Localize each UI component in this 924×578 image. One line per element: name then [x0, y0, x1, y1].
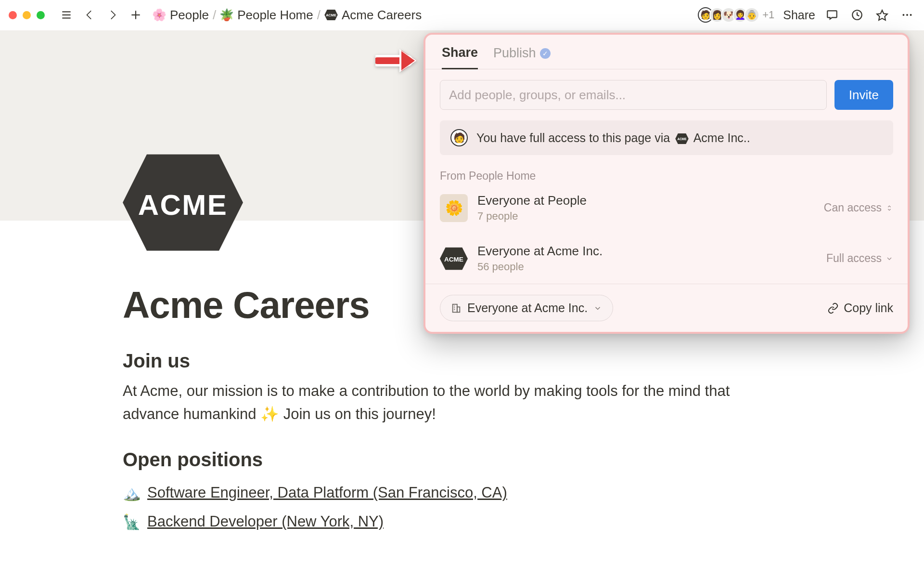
position-item[interactable]: 🏔️ Software Engineer, Data Platform (San… — [123, 478, 741, 507]
permission-label: Can access — [824, 201, 882, 214]
group-flower-icon: 🌼 — [440, 194, 468, 222]
heading-open-positions: Open positions — [123, 449, 741, 471]
invite-button[interactable]: Invite — [834, 80, 893, 110]
breadcrumb-item-people[interactable]: 🌸 People — [153, 8, 209, 23]
section-label: From People Home — [440, 170, 893, 183]
permission-select[interactable]: Full access — [826, 252, 893, 265]
invite-row: Invite — [440, 80, 893, 110]
position-link[interactable]: Software Engineer, Data Platform (San Fr… — [147, 484, 507, 501]
svg-point-11 — [910, 14, 912, 16]
tab-label: Publish — [493, 46, 536, 61]
heading-join-us: Join us — [123, 350, 741, 372]
comments-icon[interactable] — [824, 7, 840, 23]
svg-text:ACME: ACME — [138, 189, 228, 221]
audience-select[interactable]: Everyone at Acme Inc. — [440, 295, 613, 321]
svg-rect-19 — [457, 307, 460, 312]
access-text: You have full access to this page via AC… — [476, 131, 750, 145]
building-icon — [451, 303, 462, 314]
callout-arrow-icon — [375, 46, 419, 75]
access-pre: You have full access to this page via — [476, 131, 670, 144]
page-icon[interactable]: ACME — [123, 148, 243, 257]
share-tabs: Share Publish ✓ — [425, 35, 908, 69]
share-popover: Share Publish ✓ Invite 🧑 You have full a… — [424, 33, 910, 334]
flower-icon: 🌸 — [153, 8, 166, 22]
svg-marker-8 — [877, 10, 887, 20]
more-icon[interactable] — [899, 7, 915, 23]
presence-more: +1 — [762, 9, 774, 21]
position-link[interactable]: Backend Developer (New York, NY) — [147, 513, 384, 530]
chevron-down-icon — [886, 255, 893, 263]
breadcrumb-label: People — [170, 8, 209, 23]
share-footer: Everyone at Acme Inc. Copy link — [425, 284, 908, 332]
published-check-icon: ✓ — [540, 48, 551, 59]
svg-text:ACME: ACME — [326, 13, 336, 17]
join-body: At Acme, our mission is to make a contri… — [123, 380, 741, 426]
acme-badge-icon: ACME — [440, 245, 468, 273]
member-sub: 56 people — [477, 261, 603, 273]
new-tab-icon[interactable] — [128, 7, 144, 23]
share-popover-wrap: Share Publish ✓ Invite 🧑 You have full a… — [424, 33, 910, 334]
copy-link-button[interactable]: Copy link — [827, 301, 893, 315]
breadcrumb-item-acme-careers[interactable]: ACME Acme Careers — [324, 8, 422, 23]
share-button[interactable]: Share — [783, 8, 815, 22]
link-icon — [827, 302, 839, 314]
history-icon[interactable] — [849, 7, 865, 23]
breadcrumb-label: Acme Careers — [342, 8, 422, 23]
svg-text:ACME: ACME — [678, 137, 687, 141]
breadcrumb-item-people-home[interactable]: 🪴 People Home — [220, 8, 313, 23]
share-body: Invite 🧑 You have full access to this pa… — [425, 69, 908, 284]
member-name: Everyone at Acme Inc. — [477, 244, 603, 259]
breadcrumb-label: People Home — [237, 8, 313, 23]
permission-label: Full access — [826, 252, 882, 265]
acme-badge-icon: ACME — [675, 133, 689, 144]
nav-buttons — [58, 7, 144, 23]
acme-badge-icon: ACME — [324, 8, 338, 22]
topbar-right: 🧑 👩 🐶 👩‍🦱 👵 +1 Share — [698, 7, 915, 23]
member-sub: 7 people — [477, 210, 587, 223]
presence-avatars[interactable]: 🧑 👩 🐶 👩‍🦱 👵 +1 — [698, 7, 774, 23]
access-org: Acme Inc. — [693, 131, 747, 144]
star-icon[interactable] — [874, 7, 890, 23]
tab-label: Share — [442, 45, 478, 60]
window-controls — [9, 11, 45, 19]
share-member-row: 🌼 Everyone at People 7 people Can access — [440, 183, 893, 233]
breadcrumb: 🌸 People / 🪴 People Home / ACME Acme Car… — [153, 8, 422, 23]
maximize-window[interactable] — [37, 11, 45, 19]
tab-publish[interactable]: Publish ✓ — [493, 45, 551, 69]
svg-point-9 — [902, 14, 904, 16]
user-face-icon: 🧑 — [450, 129, 468, 146]
permission-select[interactable]: Can access — [824, 201, 893, 214]
access-notice: 🧑 You have full access to this page via … — [440, 120, 893, 155]
avatar: 👵 — [744, 7, 759, 23]
back-icon[interactable] — [81, 7, 98, 23]
menu-icon[interactable] — [58, 7, 75, 23]
breadcrumb-sep: / — [213, 8, 216, 23]
copy-link-label: Copy link — [844, 301, 893, 315]
liberty-icon: 🗽 — [123, 513, 141, 530]
titlebar: 🌸 People / 🪴 People Home / ACME Acme Car… — [0, 0, 924, 30]
svg-text:ACME: ACME — [444, 255, 463, 263]
forward-icon[interactable] — [104, 7, 121, 23]
minimize-window[interactable] — [23, 11, 31, 19]
tab-share[interactable]: Share — [442, 45, 478, 69]
invite-input[interactable] — [440, 80, 827, 110]
audience-label: Everyone at Acme Inc. — [467, 301, 588, 315]
close-window[interactable] — [9, 11, 17, 19]
svg-point-10 — [906, 14, 908, 16]
position-item[interactable]: 🗽 Backend Developer (New York, NY) — [123, 507, 741, 536]
member-name: Everyone at People — [477, 193, 587, 208]
plant-icon: 🪴 — [220, 8, 233, 22]
sort-icon — [886, 204, 893, 212]
share-member-row: ACME Everyone at Acme Inc. 56 people Ful… — [440, 233, 893, 284]
chevron-down-icon — [593, 304, 602, 313]
breadcrumb-sep: / — [317, 8, 321, 23]
positions-list: 🏔️ Software Engineer, Data Platform (San… — [123, 478, 741, 536]
mountain-icon: 🏔️ — [123, 485, 141, 501]
